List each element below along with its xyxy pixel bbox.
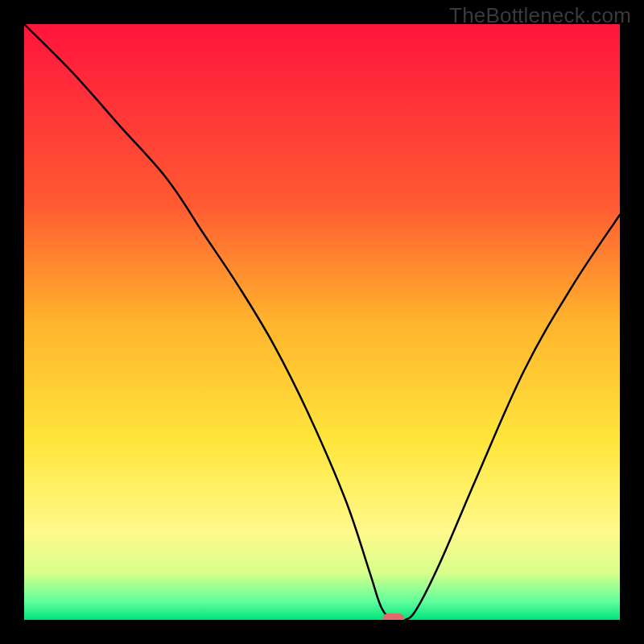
watermark-text: TheBottleneck.com [449, 3, 631, 28]
chart-container: TheBottleneck.com [0, 0, 644, 644]
plot-area [24, 24, 620, 620]
optimal-marker [383, 613, 404, 620]
gradient-background [24, 24, 620, 620]
chart-svg [24, 24, 620, 620]
